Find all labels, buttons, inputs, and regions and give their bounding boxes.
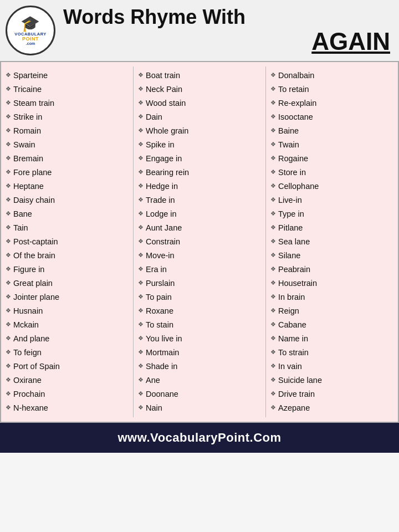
diamond-icon: ❖ <box>270 196 276 204</box>
diamond-icon: ❖ <box>270 334 276 343</box>
word-label: Post-captain <box>13 236 58 248</box>
word-label: N-hexane <box>13 402 48 414</box>
diamond-icon: ❖ <box>270 265 276 274</box>
list-item: ❖Romain <box>6 124 129 138</box>
word-label: To retain <box>278 84 309 95</box>
word-label: Baine <box>278 125 299 137</box>
list-item: ❖Tricaine <box>6 83 129 96</box>
diamond-icon: ❖ <box>138 154 144 163</box>
diamond-icon: ❖ <box>138 71 144 80</box>
diamond-icon: ❖ <box>270 99 276 108</box>
word-label: Constrain <box>146 236 180 248</box>
header-title: Words Rhyme With AGAIN <box>63 6 390 55</box>
word-label: Swain <box>13 139 35 151</box>
list-item: ❖Hedge in <box>138 180 261 193</box>
diamond-icon: ❖ <box>270 85 276 94</box>
word-label: Purslain <box>146 278 175 289</box>
word-label: In brain <box>278 291 305 303</box>
word-label: Mckain <box>13 319 39 331</box>
diamond-icon: ❖ <box>270 293 276 301</box>
list-item: ❖Live-in <box>270 193 393 207</box>
word-label: Boat train <box>146 70 180 81</box>
word-label: Bane <box>13 208 32 220</box>
list-item: ❖Name in <box>270 332 393 346</box>
word-label: Sea lane <box>278 236 310 248</box>
list-item: ❖Suicide lane <box>270 374 393 387</box>
diamond-icon: ❖ <box>138 279 144 288</box>
list-item: ❖Purslain <box>138 277 261 290</box>
list-item: ❖Nain <box>138 401 261 415</box>
word-label: Housetrain <box>278 278 317 289</box>
list-item: ❖Bane <box>6 207 129 221</box>
word-label: To pain <box>146 291 172 303</box>
list-item: ❖Reign <box>270 304 393 318</box>
list-item: ❖Wood stain <box>138 96 261 110</box>
diamond-icon: ❖ <box>6 196 11 204</box>
word-label: Jointer plane <box>13 291 59 303</box>
list-item: ❖Azepane <box>270 401 393 415</box>
list-item: ❖Figure in <box>6 263 129 277</box>
diamond-icon: ❖ <box>138 362 144 371</box>
list-item: ❖Trade in <box>138 193 261 207</box>
word-label: Drive train <box>278 388 315 400</box>
diamond-icon: ❖ <box>138 237 144 246</box>
word-label: Move-in <box>146 250 175 262</box>
word-label: Suicide lane <box>278 375 322 386</box>
diamond-icon: ❖ <box>270 126 276 135</box>
diamond-icon: ❖ <box>6 126 11 135</box>
diamond-icon: ❖ <box>6 362 11 371</box>
logo-point-text: POINT <box>22 37 39 42</box>
word-label: Fore plane <box>13 167 52 178</box>
diamond-icon: ❖ <box>270 251 276 260</box>
list-item: ❖Isooctane <box>270 110 393 124</box>
logo-com-text: .com <box>26 42 35 45</box>
diamond-icon: ❖ <box>270 154 276 163</box>
list-item: ❖Engage in <box>138 152 261 166</box>
diamond-icon: ❖ <box>6 182 11 191</box>
list-item: ❖To stain <box>138 318 261 332</box>
list-item: ❖Whole grain <box>138 124 261 138</box>
diamond-icon: ❖ <box>6 279 11 288</box>
footer-text: www.VocabularyPoint.Com <box>6 431 393 445</box>
list-item: ❖Rogaine <box>270 152 393 166</box>
diamond-icon: ❖ <box>138 390 144 398</box>
list-item: ❖Dain <box>138 110 261 124</box>
word-label: To stain <box>146 319 173 331</box>
diamond-icon: ❖ <box>6 209 11 218</box>
diamond-icon: ❖ <box>138 376 144 385</box>
list-item: ❖Housetrain <box>270 277 393 290</box>
list-item: ❖Tain <box>6 221 129 235</box>
diamond-icon: ❖ <box>138 168 144 177</box>
diamond-icon: ❖ <box>270 237 276 246</box>
diamond-icon: ❖ <box>138 99 144 108</box>
column-1: ❖Sparteine❖Tricaine❖Steam train❖Strike i… <box>1 66 134 417</box>
list-item: ❖Doonane <box>138 387 261 401</box>
diamond-icon: ❖ <box>270 223 276 232</box>
list-item: ❖Strike in <box>6 110 129 124</box>
list-item: ❖To strain <box>270 346 393 360</box>
title-line1: Words Rhyme With <box>63 6 390 28</box>
word-label: To strain <box>278 347 309 359</box>
word-label: Wood stain <box>146 98 186 109</box>
list-item: ❖Pitlane <box>270 221 393 235</box>
word-label: Romain <box>13 125 41 137</box>
diamond-icon: ❖ <box>138 85 144 94</box>
diamond-icon: ❖ <box>270 403 276 412</box>
list-item: ❖Roxane <box>138 304 261 318</box>
list-item: ❖Bearing rein <box>138 166 261 180</box>
diamond-icon: ❖ <box>6 112 11 121</box>
diamond-icon: ❖ <box>138 223 144 232</box>
list-item: ❖And plane <box>6 332 129 346</box>
list-item: ❖Move-in <box>138 249 261 263</box>
word-label: Donalbain <box>278 70 314 81</box>
list-item: ❖Mortmain <box>138 346 261 360</box>
diamond-icon: ❖ <box>6 306 11 315</box>
list-item: ❖Lodge in <box>138 207 261 221</box>
diamond-icon: ❖ <box>138 126 144 135</box>
diamond-icon: ❖ <box>270 348 276 357</box>
diamond-icon: ❖ <box>138 112 144 121</box>
diamond-icon: ❖ <box>270 140 276 149</box>
list-item: ❖Husnain <box>6 304 129 318</box>
word-label: Twain <box>278 139 299 151</box>
word-label: Oxirane <box>13 375 42 386</box>
